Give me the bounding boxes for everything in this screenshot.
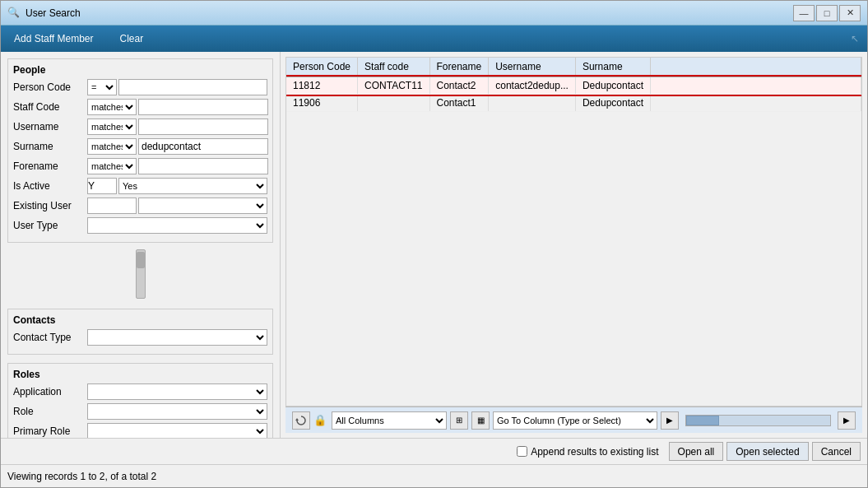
table-row[interactable]: 11906 Contact1 Dedupcontact [286,95,861,112]
col-extra [651,58,861,77]
username-label: Username [13,121,87,132]
user-type-select[interactable] [87,217,267,234]
window-icon: 🔍 [7,7,21,20]
left-scrollbar[interactable] [136,249,146,299]
role-row: Role [13,403,267,420]
staff-code-operator[interactable]: matches = [87,99,137,115]
people-section: People Person Code = ≠ Staff Code matche… [7,58,273,243]
is-active-label: Is Active [13,180,87,192]
contacts-header: Contacts [13,314,267,326]
forename-input[interactable] [138,158,268,174]
existing-user-row: Existing User [13,198,267,214]
menu-add-staff[interactable]: Add Staff Member [9,30,99,48]
contact-type-label: Contact Type [13,332,87,343]
cell-staff-code [358,95,429,112]
surname-operator[interactable]: matches = [87,138,137,155]
goto-btn[interactable]: ▶ [661,411,679,430]
status-text: Viewing records 1 to 2, of a total 2 [7,471,156,482]
col-options-btn[interactable]: ⊞ [450,411,468,430]
existing-user-text[interactable] [87,198,137,214]
col-forename[interactable]: Forename [429,58,489,77]
existing-user-select[interactable] [138,198,267,214]
window-title: User Search [26,7,793,19]
close-button[interactable]: ✕ [839,5,861,21]
user-type-row: User Type [13,217,267,234]
col-surname[interactable]: Surname [575,58,650,77]
lock-icon: 🔒 [313,414,327,426]
roles-header: Roles [13,369,267,380]
person-code-operator[interactable]: = ≠ [87,79,117,95]
data-table: Person Code Staff code Forename Username… [286,58,861,112]
cell-surname: Dedupcontact [575,95,650,112]
staff-code-label: Staff Code [13,101,87,113]
goto-column-select[interactable]: Go To Column (Type or Select) [493,411,657,430]
forename-label: Forename [13,160,87,172]
primary-role-select[interactable] [87,423,267,438]
people-header: People [13,64,267,76]
cell-username: contact2dedup... [489,77,576,95]
horizontal-scrollbar[interactable] [685,415,831,426]
cell-person-code: 11906 [286,95,358,112]
cell-forename: Contact2 [429,77,489,95]
role-label: Role [13,406,87,417]
bottom-toolbar: 🔒 All Columns ⊞ ▦ Go To Column (Type or … [285,407,862,433]
main-content: People Person Code = ≠ Staff Code matche… [1,52,867,438]
cell-forename: Contact1 [429,95,489,112]
results-table: Person Code Staff code Forename Username… [285,57,862,407]
person-code-input[interactable] [118,79,267,95]
contact-type-row: Contact Type [13,329,267,346]
cell-person-code: 11812 [286,77,358,95]
contacts-section: Contacts Contact Type [7,309,273,355]
application-select[interactable] [87,383,267,400]
cell-surname: Dedupcontact [575,77,650,95]
username-operator[interactable]: matches = [87,119,137,135]
append-checkbox[interactable] [517,446,527,457]
is-active-row: Is Active Yes No [13,178,267,194]
menu-clear[interactable]: Clear [115,30,149,48]
open-all-button[interactable]: Open all [669,442,724,461]
username-row: Username matches = [13,119,267,135]
table-row[interactable]: 11812 CONTACT11 Contact2 contact2dedup..… [286,77,861,95]
is-active-select[interactable]: Yes No [118,178,267,194]
refresh-button[interactable] [292,411,310,430]
col-filter-btn[interactable]: ▦ [471,411,490,430]
columns-select[interactable]: All Columns [332,411,447,430]
action-bar: Append results to existing list Open all… [1,438,867,464]
username-input[interactable] [138,119,268,135]
application-row: Application [13,383,267,400]
is-active-text[interactable] [87,178,117,194]
contact-type-select[interactable] [87,329,267,346]
person-code-row: Person Code = ≠ [13,79,267,95]
open-selected-button[interactable]: Open selected [726,442,808,461]
roles-section: Roles Application Role Primary Role [7,363,273,438]
cancel-button[interactable]: Cancel [812,442,861,461]
surname-input[interactable] [138,138,268,155]
forename-operator[interactable]: matches = [87,158,137,174]
role-select[interactable] [87,403,267,420]
table-header-row: Person Code Staff code Forename Username… [286,58,861,77]
cell-extra [651,77,861,95]
right-panel: Person Code Staff code Forename Username… [281,52,867,438]
minimize-button[interactable]: — [793,5,815,21]
append-label: Append results to existing list [531,446,658,458]
col-person-code[interactable]: Person Code [286,58,358,77]
cell-staff-code: CONTACT11 [358,77,429,95]
staff-code-input[interactable] [138,99,268,115]
application-label: Application [13,386,87,397]
user-type-label: User Type [13,220,87,231]
window-controls: — □ ✕ [793,5,861,21]
surname-row: Surname matches = [13,138,267,155]
surname-label: Surname [13,141,87,152]
cell-username [489,95,576,112]
refresh-icon [295,415,307,426]
left-panel: People Person Code = ≠ Staff Code matche… [1,52,281,438]
col-username[interactable]: Username [489,58,576,77]
staff-code-row: Staff Code matches = [13,99,267,115]
primary-role-row: Primary Role [13,423,267,438]
menu-bar: Add Staff Member Clear ↖ [1,26,867,52]
maximize-button[interactable]: □ [816,5,838,21]
existing-user-label: Existing User [13,200,87,211]
col-staff-code[interactable]: Staff code [358,58,429,77]
primary-role-label: Primary Role [13,425,87,437]
scroll-right-btn[interactable]: ▶ [838,411,856,430]
